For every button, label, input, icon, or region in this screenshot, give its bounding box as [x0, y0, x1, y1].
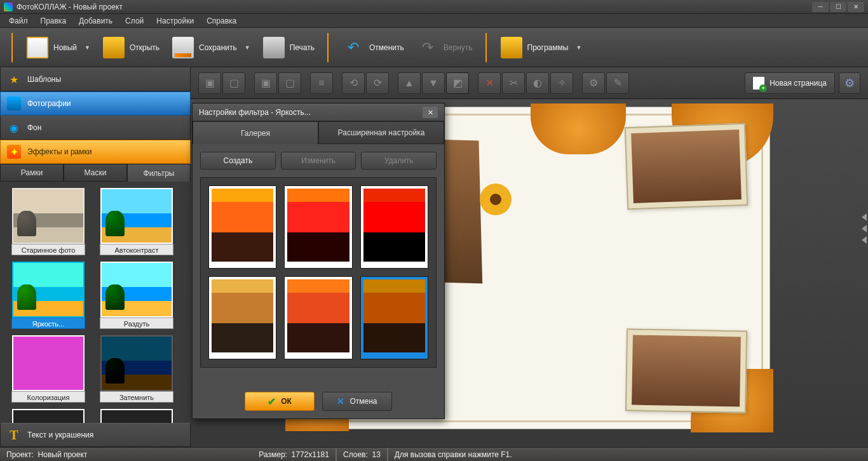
dialog-tab-gallery[interactable]: Галерея: [193, 121, 318, 144]
print-button[interactable]: Печать: [257, 33, 321, 62]
page-settings-button[interactable]: ⚙: [839, 72, 860, 94]
send-backward-button[interactable]: ▢: [222, 72, 245, 94]
redo-arrow-icon: ↷: [417, 37, 438, 58]
send-back-button[interactable]: ▢: [278, 72, 301, 94]
redo-button[interactable]: ↷ Вернуть: [410, 33, 479, 62]
dialog-close-button[interactable]: ✕: [423, 107, 438, 118]
menu-help[interactable]: Справка: [200, 15, 243, 27]
x-icon: ✕: [337, 396, 344, 406]
crop-button[interactable]: ✂: [502, 72, 525, 94]
new-page-button[interactable]: Новая страница: [745, 72, 835, 94]
open-button[interactable]: Открыть: [97, 33, 166, 62]
gallery-item[interactable]: [284, 276, 352, 359]
bring-front-button[interactable]: ▣: [254, 72, 277, 94]
gallery-item[interactable]: [208, 276, 276, 359]
text-icon: T: [7, 428, 21, 442]
sidebar: ★ Шаблоны Фотографии ◉ Фон ✦ Эффекты и р…: [0, 67, 191, 447]
filter-item-darken[interactable]: Затемнить: [100, 335, 173, 403]
sidebar-item-photos[interactable]: Фотографии: [0, 91, 191, 116]
undo-arrow-icon: ↶: [342, 37, 364, 58]
new-page-label: Новая страница: [770, 79, 827, 88]
subtab-masks[interactable]: Маски: [64, 164, 127, 182]
delete-button[interactable]: ✕: [478, 72, 501, 94]
magic-button[interactable]: ✧: [550, 72, 573, 94]
sidebar-item-background[interactable]: ◉ Фон: [0, 116, 191, 140]
delete-button[interactable]: Удалить: [361, 152, 437, 170]
filter-grid[interactable]: Старинное фото Автоконтраст Яркость... Р…: [0, 182, 191, 423]
rotate-right-button[interactable]: ⟳: [366, 72, 389, 94]
templates-label: Шаблоны: [27, 75, 61, 84]
text-label: Текст и украшения: [27, 431, 93, 439]
filter-label: Затемнить: [100, 391, 173, 403]
align-left-button[interactable]: ≡: [310, 72, 333, 94]
menu-layer[interactable]: Слой: [119, 15, 150, 27]
gallery-item[interactable]: [208, 185, 276, 269]
save-icon: [172, 37, 194, 58]
handle-triangle-icon[interactable]: [862, 236, 867, 244]
eyedropper-button[interactable]: ✎: [606, 72, 629, 94]
fit-button[interactable]: ◩: [446, 72, 469, 94]
minimize-button[interactable]: ─: [812, 2, 829, 12]
filter-label: Автоконтраст: [100, 244, 173, 255]
menu-add[interactable]: Добавить: [72, 15, 119, 27]
filter-settings-dialog: Настройки фильтра - Яркость... ✕ Галерея…: [192, 103, 445, 419]
programs-button[interactable]: Программы ▼: [494, 33, 588, 62]
gallery-item[interactable]: [360, 185, 428, 269]
star-icon: ★: [7, 72, 21, 86]
edit-button[interactable]: Изменить: [281, 152, 356, 170]
filter-thumb: [12, 262, 85, 317]
open-label: Открыть: [130, 43, 159, 52]
filter-thumb: [100, 262, 173, 317]
size-value: 1772x1181: [292, 450, 329, 459]
create-button[interactable]: Создать: [200, 152, 276, 170]
menu-edit[interactable]: Правка: [34, 15, 73, 27]
flip-h-button[interactable]: ▲: [398, 72, 421, 94]
maximize-button[interactable]: ☐: [830, 2, 846, 12]
dialog-tab-advanced[interactable]: Расширенная настройка: [318, 121, 444, 144]
subtab-frames[interactable]: Рамки: [0, 164, 64, 182]
photo-frame-top[interactable]: [625, 123, 748, 210]
filter-item-extra1[interactable]: [11, 409, 85, 423]
filter-label: Колоризация: [11, 391, 85, 403]
filter-label: Раздуть: [100, 317, 173, 329]
menu-file[interactable]: Файл: [3, 15, 34, 27]
settings-gear-button[interactable]: ⚙: [582, 72, 605, 94]
sunflower-icon: [480, 184, 512, 215]
subtab-filters[interactable]: Фильтры: [127, 164, 191, 182]
filter-item-extra2[interactable]: [100, 409, 173, 423]
sidebar-item-effects[interactable]: ✦ Эффекты и рамки: [0, 140, 191, 164]
new-file-icon: [27, 37, 48, 58]
photo-icon: [7, 97, 21, 110]
handle-triangle-icon[interactable]: [862, 213, 867, 221]
dialog-title-bar[interactable]: Настройки фильтра - Яркость... ✕: [193, 104, 444, 121]
dialog-gallery[interactable]: [200, 177, 437, 368]
gallery-item[interactable]: [284, 185, 352, 269]
programs-label: Программы: [527, 43, 569, 52]
dropdown-caret-icon: ▼: [576, 44, 581, 51]
flip-v-button[interactable]: ▼: [422, 72, 445, 94]
sidebar-item-templates[interactable]: ★ Шаблоны: [0, 67, 191, 91]
filter-item-brightness[interactable]: Яркость...: [11, 262, 85, 329]
palette-icon: ✦: [7, 145, 21, 159]
redo-label: Вернуть: [444, 43, 473, 52]
gallery-item[interactable]: [360, 276, 428, 359]
filter-item-colorize[interactable]: Колоризация: [11, 335, 85, 403]
undo-button[interactable]: ↶ Отменить: [336, 33, 410, 62]
filter-item-old-photo[interactable]: Старинное фото: [11, 188, 85, 255]
cancel-button[interactable]: ✕ Отмена: [322, 392, 392, 411]
save-button[interactable]: Сохранить ▼: [166, 33, 257, 62]
size-label: Размер:: [259, 450, 287, 459]
new-button[interactable]: Новый ▼: [20, 33, 97, 62]
rotate-left-button[interactable]: ⟲: [342, 72, 365, 94]
layers-value: 13: [372, 450, 381, 459]
color-button[interactable]: ◐: [526, 72, 549, 94]
handle-triangle-icon[interactable]: [862, 225, 867, 232]
photo-frame-bottom[interactable]: [625, 328, 747, 413]
sidebar-item-text[interactable]: T Текст и украшения: [0, 423, 191, 447]
menu-settings[interactable]: Настройки: [150, 15, 200, 27]
ok-button[interactable]: ✔ ОК: [245, 392, 315, 411]
filter-item-bloat[interactable]: Раздуть: [100, 262, 173, 329]
close-button[interactable]: ✕: [848, 2, 864, 12]
filter-item-autocontrast[interactable]: Автоконтраст: [100, 188, 173, 255]
bring-forward-button[interactable]: ▣: [198, 72, 221, 94]
